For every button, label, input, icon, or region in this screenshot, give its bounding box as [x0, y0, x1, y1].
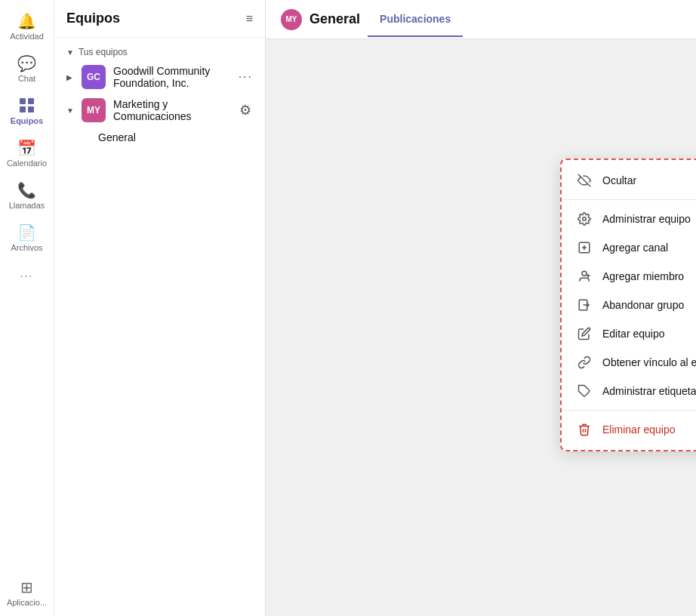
team-name-gcf: Goodwill Community Foundation, Inc.: [113, 65, 231, 89]
trash-icon: [577, 423, 592, 436]
menu-label-agregar-miembro: Agregar miembro: [602, 270, 684, 282]
menu-item-agregar-miembro[interactable]: Agregar miembro: [562, 262, 696, 291]
sidebar-item-aplicaciones[interactable]: ⊞ Aplicacio...: [3, 574, 51, 613]
teams-icon: [20, 98, 35, 113]
menu-item-abandonar-grupo[interactable]: Abandonar grupo: [562, 291, 696, 319]
main-header-avatar: MY: [281, 9, 302, 30]
team-name-myc: Marketing y Comunicaciones: [113, 98, 232, 122]
menu-divider-2: [562, 410, 696, 411]
calendar-icon: 📅: [17, 140, 36, 156]
svg-point-5: [582, 271, 587, 276]
sidebar-item-actividad[interactable]: 🔔 Actividad: [3, 8, 51, 47]
menu-label-editar-equipo: Editar equipo: [602, 328, 665, 340]
menu-label-administrar-equipo: Administrar equipo: [602, 213, 691, 225]
teams-panel-title: Equipos: [66, 11, 120, 26]
channel-name-general: General: [98, 131, 136, 143]
bell-icon: 🔔: [17, 14, 36, 29]
menu-item-administrar-equipo[interactable]: Administrar equipo: [562, 205, 696, 233]
eye-off-icon: [577, 174, 592, 187]
sidebar-label-calendario: Calendario: [7, 159, 47, 168]
gear-icon: [577, 212, 592, 226]
sidebar-item-llamadas[interactable]: 📞 Llamadas: [3, 177, 51, 216]
team-chevron-myc: ▼: [66, 106, 74, 115]
person-add-icon: [577, 270, 592, 283]
channel-add-icon: [577, 241, 592, 254]
sidebar-label-actividad: Actividad: [10, 32, 44, 41]
menu-item-administrar-etiquetas[interactable]: Administrar etiquetas: [562, 377, 696, 405]
sidebar-more-button[interactable]: ...: [14, 261, 40, 285]
main-header-title: General: [310, 11, 360, 27]
filter-icon[interactable]: ≡: [246, 12, 253, 26]
sidebar-label-llamadas: Llamadas: [9, 201, 45, 210]
svg-point-1: [583, 217, 587, 221]
menu-label-abandonar-grupo: Abandonar grupo: [602, 299, 684, 311]
menu-label-eliminar-equipo: Eliminar equipo: [602, 424, 676, 436]
channel-row-general[interactable]: General: [54, 127, 265, 148]
menu-item-ocultar[interactable]: Ocultar: [562, 166, 696, 195]
sidebar-label-aplicaciones: Aplicacio...: [7, 598, 47, 607]
chat-icon: 💬: [17, 56, 36, 71]
link-icon: [577, 356, 592, 369]
sidebar-item-archivos[interactable]: 📄 Archivos: [3, 219, 51, 258]
team-row-gcf[interactable]: ▶ GC Goodwill Community Foundation, Inc.…: [54, 60, 265, 94]
sidebar-label-archivos: Archivos: [11, 243, 42, 252]
sidebar-item-equipos[interactable]: Equipos: [3, 92, 51, 131]
menu-item-editar-equipo[interactable]: Editar equipo: [562, 319, 696, 348]
phone-icon: 📞: [17, 183, 36, 198]
tab-publicaciones[interactable]: Publicaciones: [368, 2, 463, 37]
menu-label-administrar-etiquetas: Administrar etiquetas: [602, 385, 696, 397]
files-icon: 📄: [17, 225, 36, 240]
team-row-myc[interactable]: ▼ MY Marketing y Comunicaciones ⚙: [54, 94, 265, 127]
sidebar-label-chat: Chat: [18, 74, 35, 83]
section-label-text: Tus equipos: [79, 47, 128, 57]
team-more-myc[interactable]: ⚙: [239, 102, 253, 119]
leave-icon: [577, 298, 592, 312]
edit-icon: [577, 327, 592, 340]
sidebar: 🔔 Actividad 💬 Chat Equipos 📅 Calendario …: [0, 0, 54, 616]
menu-item-agregar-canal[interactable]: Agregar canal: [562, 233, 696, 262]
menu-label-obtener-vinculo: Obtener vínculo al equipo: [602, 356, 696, 368]
teams-panel: Equipos ≡ ▼ Tus equipos ▶ GC Goodwill Co…: [54, 0, 266, 616]
sidebar-item-calendario[interactable]: 📅 Calendario: [3, 134, 51, 174]
menu-label-ocultar: Ocultar: [602, 174, 636, 186]
main-area: MY General Publicaciones Ocultar: [266, 0, 696, 616]
context-menu: Ocultar Administrar equipo Agre: [560, 159, 696, 451]
team-avatar-myc: MY: [82, 98, 106, 122]
team-chevron-gcf: ▶: [66, 73, 74, 82]
sidebar-label-equipos: Equipos: [11, 116, 43, 125]
menu-label-agregar-canal: Agregar canal: [602, 242, 668, 254]
section-chevron-icon: ▼: [66, 48, 74, 57]
teams-section-label: ▼ Tus equipos: [54, 38, 265, 60]
main-tabs: Publicaciones: [368, 2, 463, 37]
menu-item-obtener-vinculo[interactable]: Obtener vínculo al equipo: [562, 348, 696, 377]
menu-item-eliminar-equipo[interactable]: Eliminar equipo: [562, 415, 696, 444]
sidebar-item-chat[interactable]: 💬 Chat: [3, 50, 51, 89]
apps-icon: ⊞: [20, 580, 33, 595]
tag-icon: [577, 384, 592, 398]
main-header: MY General Publicaciones: [266, 0, 696, 39]
team-more-gcf[interactable]: ···: [239, 70, 253, 84]
team-avatar-gcf: GC: [82, 65, 106, 89]
menu-divider-1: [562, 199, 696, 200]
teams-header: Equipos ≡: [54, 0, 265, 38]
